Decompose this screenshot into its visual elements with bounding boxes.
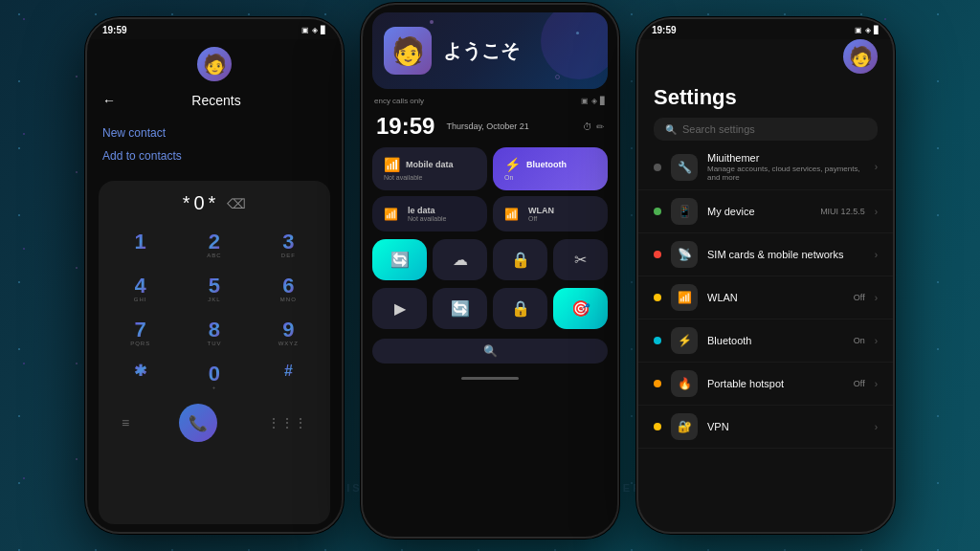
play-icon: ▶ bbox=[394, 299, 406, 318]
icon-wlan: 📶 bbox=[671, 284, 698, 311]
dial-key-8[interactable]: 8TUV bbox=[180, 314, 248, 352]
info-hotspot: Portable hotspot bbox=[707, 378, 844, 389]
name-sim: SIM cards & mobile networks bbox=[707, 249, 865, 260]
icon-vpn: 🔐 bbox=[671, 413, 698, 440]
settings-header: Settings 🔍 Search settings bbox=[638, 77, 893, 144]
back-button[interactable]: ← bbox=[102, 93, 116, 108]
bluetooth-tile[interactable]: ⚡ Bluetooth On bbox=[493, 147, 608, 190]
settings-item-wlan[interactable]: 📶 WLAN Off › bbox=[638, 276, 893, 320]
action-rotate[interactable]: 🔄 bbox=[372, 239, 427, 280]
mobile-data-tile-2[interactable]: 📶 le data Not available bbox=[372, 196, 487, 231]
deco-dot-2 bbox=[576, 32, 579, 34]
dial-key-4[interactable]: 4GHI bbox=[106, 270, 174, 308]
chevron-bluetooth: › bbox=[875, 336, 878, 346]
wlan-label: WLAN bbox=[528, 206, 554, 215]
dot-mydevice bbox=[654, 208, 661, 215]
sync-icon: 🔄 bbox=[451, 299, 470, 318]
mobile-data-tile[interactable]: 📶 Mobile data Not available bbox=[372, 147, 487, 190]
wifi-icon: ◈ bbox=[312, 26, 318, 34]
search-icon-settings: 🔍 bbox=[665, 124, 677, 135]
settings-icon[interactable]: ✏ bbox=[596, 121, 604, 132]
dial-key-1[interactable]: 1 bbox=[106, 226, 174, 264]
bluetooth-status: On bbox=[504, 174, 596, 181]
lock-icon: 🔒 bbox=[511, 251, 530, 269]
settings-item-sim[interactable]: 📡 SIM cards & mobile networks › bbox=[638, 233, 893, 276]
search-placeholder: Search settings bbox=[682, 123, 755, 135]
action-cloud[interactable]: ☁ bbox=[433, 239, 487, 280]
dial-key-5[interactable]: 5JKL bbox=[180, 270, 248, 308]
dot-sim bbox=[654, 251, 661, 258]
home-bar bbox=[461, 377, 519, 380]
info-mydevice: My device bbox=[707, 206, 811, 217]
dial-input[interactable]: *0* bbox=[183, 192, 220, 214]
dot-vpn bbox=[654, 423, 661, 430]
phone-2: 🧑 ようこそ ency calls only ▣ ◈ ▊ 19:59 Thurs… bbox=[361, 3, 619, 539]
dialpad-grid: 1 2ABC 3DEF 4GHI 5JKL 6MNO 7PQRS 8TUV 9W… bbox=[106, 226, 323, 396]
settings-list: 🔧 Miuithemer Manage accounts, cloud serv… bbox=[638, 144, 893, 532]
control-date-area: Thursday, October 21 bbox=[446, 121, 528, 131]
bluetooth-icon: ⚡ bbox=[504, 157, 521, 172]
recents-header: ← Recents bbox=[87, 85, 342, 116]
battery-icon-2: ▊ bbox=[600, 97, 606, 105]
value-hotspot: Off bbox=[854, 379, 865, 388]
call-button[interactable]: 📞 bbox=[179, 404, 217, 442]
settings-item-hotspot[interactable]: 🔥 Portable hotspot Off › bbox=[638, 363, 893, 406]
dial-key-6[interactable]: 6MNO bbox=[255, 270, 323, 308]
delete-button[interactable]: ⌫ bbox=[227, 196, 246, 211]
chevron-miuithemer: › bbox=[875, 162, 878, 172]
add-to-contacts-link[interactable]: Add to contacts bbox=[102, 144, 326, 167]
action-play[interactable]: ▶ bbox=[372, 288, 427, 329]
battery-icon-3: ▊ bbox=[874, 26, 880, 34]
action-scissors[interactable]: ✂ bbox=[553, 239, 608, 280]
status-icons-2: ▣ ◈ ▊ bbox=[581, 97, 606, 105]
control-actions-2: ▶ 🔄 🔒 🎯 bbox=[363, 284, 617, 333]
welcome-text: ようこそ bbox=[443, 38, 596, 64]
name-bluetooth: Bluetooth bbox=[707, 335, 844, 346]
battery-icon: ▊ bbox=[321, 26, 326, 34]
wlan-icon: 📶 bbox=[504, 208, 519, 221]
mobile-data-status: Not available bbox=[384, 174, 476, 181]
chevron-sim: › bbox=[875, 250, 878, 260]
dial-key-9[interactable]: 9WXYZ bbox=[255, 314, 323, 352]
action-target[interactable]: 🎯 bbox=[553, 288, 608, 329]
dial-key-3[interactable]: 3DEF bbox=[255, 226, 323, 264]
avatar-3[interactable]: 🧑 bbox=[843, 39, 878, 74]
search-bar[interactable]: 🔍 bbox=[372, 339, 608, 364]
deco-dot-3 bbox=[555, 75, 560, 79]
settings-item-vpn[interactable]: 🔐 VPN › bbox=[638, 406, 893, 449]
edit-icon[interactable]: ⏱ bbox=[583, 121, 592, 132]
info-vpn: VPN bbox=[707, 421, 865, 432]
chevron-hotspot: › bbox=[875, 379, 878, 389]
settings-item-miuithemer[interactable]: 🔧 Miuithemer Manage accounts, cloud serv… bbox=[638, 144, 893, 190]
phone1-screen: 19:59 ▣ ◈ ▊ 🧑 ← Recents New contact Add … bbox=[87, 19, 342, 532]
dial-key-0[interactable]: 0+ bbox=[180, 358, 248, 396]
dial-key-2[interactable]: 2ABC bbox=[180, 226, 248, 264]
settings-search[interactable]: 🔍 Search settings bbox=[654, 118, 878, 141]
mobile-data-icon: 📶 bbox=[384, 157, 400, 172]
dialpad-area: *0* ⌫ 1 2ABC 3DEF 4GHI 5JKL 6MNO 7PQRS 8… bbox=[99, 181, 330, 524]
dial-key-star[interactable]: ✱ bbox=[106, 358, 174, 396]
action-lock[interactable]: 🔒 bbox=[493, 239, 547, 280]
cloud-icon: ☁ bbox=[453, 251, 468, 269]
chevron-mydevice: › bbox=[875, 207, 878, 217]
wlan-status: Off bbox=[528, 215, 554, 222]
wlan-tile[interactable]: 📶 WLAN Off bbox=[493, 196, 608, 231]
action-sync[interactable]: 🔄 bbox=[433, 288, 487, 329]
dial-key-hash[interactable]: # bbox=[255, 358, 323, 396]
dialpad-display: *0* ⌫ bbox=[106, 192, 323, 214]
chevron-vpn: › bbox=[875, 422, 878, 432]
name-wlan: WLAN bbox=[707, 292, 844, 303]
grid-icon: ⋮⋮⋮ bbox=[267, 415, 307, 430]
settings-item-mydevice[interactable]: 📱 My device MIUI 12.5.5 › bbox=[638, 190, 893, 233]
emergency-label: ency calls only bbox=[374, 97, 424, 105]
control-actions-1: 🔄 ☁ 🔒 ✂ bbox=[363, 235, 617, 284]
dot-bluetooth bbox=[654, 337, 661, 344]
new-contact-link[interactable]: New contact bbox=[102, 121, 326, 144]
control-datetime: 19:59 Thursday, October 21 ⏱ ✏ bbox=[363, 109, 617, 143]
dialpad-bottom: ≡ 📞 ⋮⋮⋮ bbox=[106, 396, 323, 450]
settings-item-bluetooth[interactable]: ⚡ Bluetooth On › bbox=[638, 320, 893, 363]
status-time-1: 19:59 bbox=[102, 25, 127, 35]
action-lock2[interactable]: 🔒 bbox=[493, 288, 547, 329]
dial-key-7[interactable]: 7PQRS bbox=[106, 314, 174, 352]
mobile-data-label-2: le data bbox=[408, 206, 446, 215]
